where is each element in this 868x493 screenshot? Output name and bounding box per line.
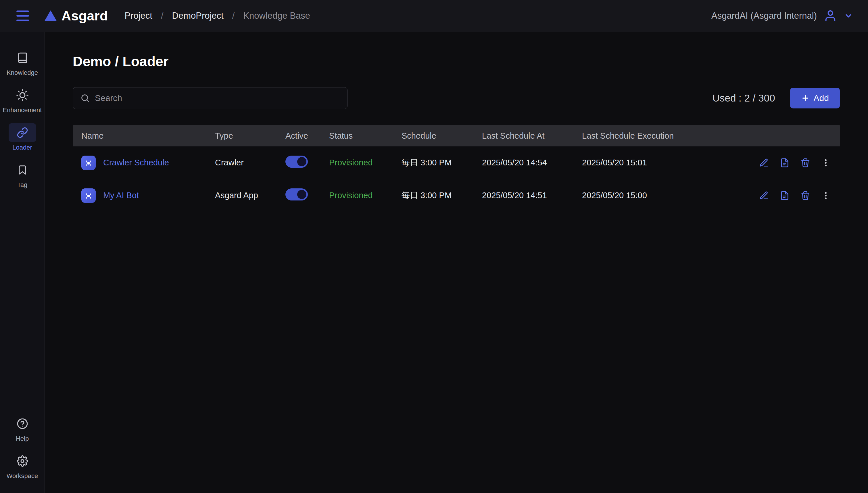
active-toggle[interactable] [285, 188, 308, 200]
sidebar-nav: Knowledge Enhancement Loader Tag [0, 48, 45, 189]
breadcrumb-separator: / [232, 10, 235, 21]
cell-type: Asgard App [215, 191, 285, 200]
table-row: My AI Bot Asgard App Provisioned 毎日 3:00… [73, 179, 840, 212]
sidebar-item-help[interactable]: Help [0, 414, 45, 442]
add-button-label: Add [814, 93, 829, 103]
search-icon [81, 93, 90, 103]
top-header: Asgard Project / DemoProject / Knowledge… [0, 0, 868, 31]
cell-last-schedule-execution: 2025/05/20 15:01 [582, 158, 754, 167]
document-icon[interactable] [780, 191, 790, 200]
sidebar: Knowledge Enhancement Loader Tag Help [0, 31, 45, 493]
chevron-down-icon [844, 11, 853, 20]
column-header-name: Name [73, 131, 215, 141]
crawler-icon [81, 188, 96, 203]
column-header-status: Status [329, 131, 402, 141]
loader-name-link[interactable]: My AI Bot [103, 191, 139, 200]
table-header-row: Name Type Active Status Schedule Last Sc… [73, 125, 840, 146]
gear-icon [8, 452, 36, 471]
sidebar-item-tag[interactable]: Tag [0, 160, 45, 189]
account-menu[interactable]: AsgardAI (Asgard Internal) [711, 9, 853, 22]
crawler-icon [81, 156, 96, 170]
column-header-active: Active [285, 131, 329, 141]
status-badge: Provisioned [329, 191, 402, 200]
plus-icon [801, 94, 810, 102]
delete-icon[interactable] [800, 158, 810, 168]
cell-last-schedule-at: 2025/05/20 14:54 [482, 158, 582, 167]
sidebar-item-loader[interactable]: Loader [0, 123, 45, 151]
document-icon[interactable] [780, 158, 790, 168]
sidebar-item-label: Loader [13, 144, 32, 151]
edit-icon[interactable] [759, 191, 769, 200]
cell-actions [754, 191, 840, 200]
cell-last-schedule-at: 2025/05/20 14:51 [482, 191, 582, 200]
column-header-last-schedule-execution: Last Schedule Execution [582, 131, 754, 141]
cell-active [285, 156, 329, 170]
cell-active [285, 188, 329, 202]
status-badge: Provisioned [329, 158, 402, 167]
search-input[interactable] [95, 93, 340, 103]
breadcrumb-knowledge-base: Knowledge Base [243, 10, 310, 21]
app-name: Asgard [62, 8, 108, 24]
hamburger-menu-icon[interactable] [15, 8, 30, 24]
usage-counter: Used : 2 / 300 [712, 92, 775, 104]
cell-last-schedule-execution: 2025/05/20 15:00 [582, 191, 754, 200]
sidebar-footer: Help Workspace [0, 414, 45, 480]
active-toggle[interactable] [285, 156, 308, 168]
toolbar: Used : 2 / 300 Add [73, 87, 840, 109]
column-header-schedule: Schedule [402, 131, 482, 141]
breadcrumb: Project / DemoProject / Knowledge Base [124, 10, 310, 21]
user-icon [824, 9, 837, 22]
sidebar-item-label: Knowledge [7, 69, 38, 77]
sidebar-item-knowledge[interactable]: Knowledge [0, 48, 45, 77]
breadcrumb-separator: / [161, 10, 163, 21]
loader-name-link[interactable]: Crawler Schedule [103, 158, 169, 167]
bookmark-icon [8, 160, 36, 179]
column-header-last-schedule-at: Last Schedule At [482, 131, 582, 141]
delete-icon[interactable] [800, 191, 810, 200]
cell-actions [754, 158, 840, 168]
sidebar-item-label: Help [16, 435, 29, 442]
sidebar-item-label: Enhancement [3, 106, 42, 114]
sun-icon [8, 86, 36, 105]
cell-schedule: 毎日 3:00 PM [402, 190, 482, 201]
more-options-icon[interactable] [821, 158, 830, 167]
cell-schedule: 毎日 3:00 PM [402, 157, 482, 169]
column-header-type: Type [215, 131, 285, 141]
sidebar-item-label: Workspace [7, 472, 38, 480]
breadcrumb-demo-project[interactable]: DemoProject [172, 10, 224, 21]
cell-name: Crawler Schedule [73, 156, 215, 170]
page-title: Demo / Loader [73, 53, 840, 69]
link-icon [8, 123, 36, 142]
cell-name: My AI Bot [73, 188, 215, 203]
search-box [73, 87, 347, 109]
sidebar-item-enhancement[interactable]: Enhancement [0, 86, 45, 114]
help-circle-icon [8, 414, 36, 433]
sidebar-item-workspace[interactable]: Workspace [0, 452, 45, 480]
account-name: AsgardAI (Asgard Internal) [711, 10, 817, 21]
more-options-icon[interactable] [821, 191, 830, 200]
loader-table: Name Type Active Status Schedule Last Sc… [73, 125, 840, 212]
logo-triangle-icon [44, 10, 57, 21]
add-button[interactable]: Add [790, 88, 840, 108]
breadcrumb-project[interactable]: Project [124, 10, 152, 21]
book-icon [8, 48, 36, 67]
app-logo[interactable]: Asgard [44, 8, 108, 24]
sidebar-item-label: Tag [17, 181, 27, 189]
main-content: Demo / Loader Used : 2 / 300 Add Name Ty… [45, 31, 868, 493]
table-row: Crawler Schedule Crawler Provisioned 毎日 … [73, 146, 840, 179]
cell-type: Crawler [215, 158, 285, 167]
edit-icon[interactable] [759, 158, 769, 168]
